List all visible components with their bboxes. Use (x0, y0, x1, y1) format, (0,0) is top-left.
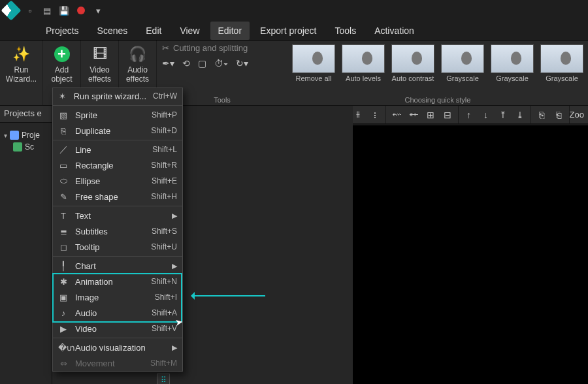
menu-item-rectangle[interactable]: ▭RectangleShift+R (53, 157, 182, 173)
menu-item-image[interactable]: ▣ImageShift+I (53, 289, 182, 305)
new-icon[interactable]: ▫ (25, 5, 35, 16)
quick-style-thumbs: Remove allAuto levelsAuto contrastGraysc… (287, 40, 588, 82)
menu-item-label: Duplicate (75, 126, 144, 136)
run-sprite-wizard--icon: ✶ (58, 91, 67, 101)
tool-pen-icon[interactable]: ✒▾ (162, 58, 174, 69)
menu-item-video[interactable]: ▶VideoShift+V (53, 321, 182, 336)
scene-icon (13, 142, 22, 152)
style-thumb[interactable]: Grayscale (538, 44, 585, 82)
line-icon: ／ (58, 144, 69, 155)
side-tool-3-icon[interactable]: ⠿ (157, 374, 170, 384)
ellipse-icon: ⬭ (58, 176, 69, 186)
menu-item-line[interactable]: ／LineShift+L (53, 142, 182, 157)
menu-tools[interactable]: Tools (335, 25, 356, 36)
animation-icon: ✱ (58, 277, 69, 287)
menu-item-audio[interactable]: ♪AudioShift+A (53, 305, 182, 321)
tb-paste-icon[interactable]: ⎗ (553, 110, 564, 120)
save-icon[interactable]: 💾 (59, 5, 69, 16)
balloon-thumb-icon (391, 44, 434, 73)
tool-crop-icon[interactable]: ⟲ (182, 58, 190, 69)
submenu-arrow-icon: ▶ (172, 344, 177, 352)
sprite-icon: ▧ (58, 110, 69, 120)
style-group-label: Choosing quick style (287, 96, 588, 104)
tb-up-icon[interactable]: ↑ (464, 110, 474, 120)
menu-item-subtitles[interactable]: ≣SubtitlesShift+S (53, 223, 182, 239)
submenu-arrow-icon: ▶ (172, 212, 177, 220)
submenu-arrow-icon: ▶ (172, 262, 177, 270)
run-wizard-button[interactable]: ✨ Run Wizard... (3, 44, 39, 85)
menu-item-ellipse[interactable]: ⬭EllipseShift+E (53, 173, 182, 189)
menu-activation[interactable]: Activation (374, 25, 414, 36)
tb-back-icon[interactable]: ⤓ (515, 110, 525, 120)
project-icon (10, 131, 19, 140)
menu-item-animation[interactable]: ✱AnimationShift+N (53, 274, 182, 289)
tb-dist2-icon[interactable]: ⬴ (408, 110, 419, 120)
tb-dist1-icon[interactable]: ⬳ (391, 110, 402, 120)
tool-rotate-icon[interactable]: ↻▾ (236, 58, 248, 69)
menu-scenes[interactable]: Scenes (97, 25, 128, 36)
video-icon: ▶ (58, 324, 69, 334)
tooltip-icon: ◻ (58, 242, 69, 252)
scissors-icon: ✂ (162, 43, 169, 53)
tb-align5-icon[interactable]: ⫵ (353, 110, 363, 120)
menu-item-label: Animation (75, 277, 144, 287)
menu-item-sprite[interactable]: ▧SpriteShift+P (53, 107, 182, 123)
menu-view[interactable]: View (180, 25, 199, 36)
free-shape-icon: ✎ (58, 192, 69, 202)
style-thumb[interactable]: Remove all (290, 44, 337, 82)
balloon-thumb-icon (491, 44, 534, 73)
projects-panel: Projects e ▾Proje Sc (0, 106, 52, 384)
tb-dist4-icon[interactable]: ⊟ (442, 110, 453, 120)
headphones-icon: 🎧 (129, 46, 146, 63)
menu-item-chart[interactable]: ╿Chart▶ (53, 258, 182, 274)
cutting-splitting-label: ✂ Cutting and splitting (157, 40, 287, 56)
style-thumb[interactable]: Grayscale (489, 44, 536, 82)
preview-area[interactable] (353, 125, 588, 384)
add-object-button[interactable]: + Add object (48, 44, 74, 85)
menu-item-label: Chart (75, 261, 165, 271)
dropdown-icon[interactable]: ▾ (93, 5, 103, 16)
menu-item-label: Ellipse (75, 176, 145, 186)
style-thumb[interactable]: Auto levels (340, 44, 387, 82)
cursor-icon: ➤ (174, 316, 184, 328)
style-thumb[interactable]: Auto contrast (389, 44, 436, 82)
style-thumb[interactable]: Grayscale (439, 44, 486, 82)
menu-item-label: Line (75, 145, 146, 155)
app-logo-icon (1, 0, 21, 20)
tb-down-icon[interactable]: ↓ (481, 110, 491, 120)
menu-editor[interactable]: Editor (210, 22, 250, 40)
movement-icon: ⇔ (58, 359, 69, 368)
menu-item-duplicate[interactable]: ⎘DuplicateShift+D (53, 123, 182, 138)
tb-copy-icon[interactable]: ⎘ (536, 110, 547, 120)
menu-item-run-sprite-wizard[interactable]: ✶Run sprite wizard...Ctrl+W (53, 88, 182, 104)
menu-item-movement: ⇔MovementShift+M (53, 355, 182, 371)
menu-item-label: Tooltip (75, 242, 144, 252)
video-effects-button[interactable]: 🎞 Video effects (86, 44, 114, 85)
menu-item-label: Text (75, 211, 165, 221)
menu-item-tooltip[interactable]: ◻TooltipShift+U (53, 239, 182, 255)
tb-align6-icon[interactable]: ⫶ (370, 110, 380, 120)
menu-export-project[interactable]: Export project (260, 25, 316, 36)
audio-effects-button[interactable]: 🎧 Audio effects (123, 44, 152, 85)
tool-timer-icon[interactable]: ⏱▾ (214, 58, 228, 69)
projects-panel-title: Projects e (0, 106, 52, 123)
zoom-label[interactable]: Zoo (570, 110, 588, 120)
plus-icon: + (54, 46, 70, 62)
menu-edit[interactable]: Edit (146, 25, 161, 36)
menu-item-label: Rectangle (75, 161, 144, 170)
rectangle-icon: ▭ (58, 161, 69, 170)
menu-item-label: Run sprite wizard... (74, 91, 146, 101)
menu-projects[interactable]: Projects (46, 25, 79, 36)
menu-bar: ProjectsScenesEditViewEditorExport proje… (0, 21, 588, 40)
menu-item-audio-visualization[interactable]: �տAudio visualization▶ (53, 340, 182, 355)
tb-front-icon[interactable]: ⤒ (498, 110, 508, 120)
open-icon[interactable]: ▤ (42, 5, 52, 16)
tool-rect-icon[interactable]: ▢ (198, 58, 206, 69)
text-icon: T (58, 211, 69, 221)
audio-icon: ♪ (58, 308, 69, 318)
record-icon[interactable] (76, 5, 86, 16)
menu-item-text[interactable]: TText▶ (53, 208, 182, 223)
project-tree[interactable]: ▾Proje Sc (0, 129, 52, 153)
menu-item-free-shape[interactable]: ✎Free shapeShift+H (53, 189, 182, 204)
tb-dist3-icon[interactable]: ⊞ (425, 110, 436, 120)
